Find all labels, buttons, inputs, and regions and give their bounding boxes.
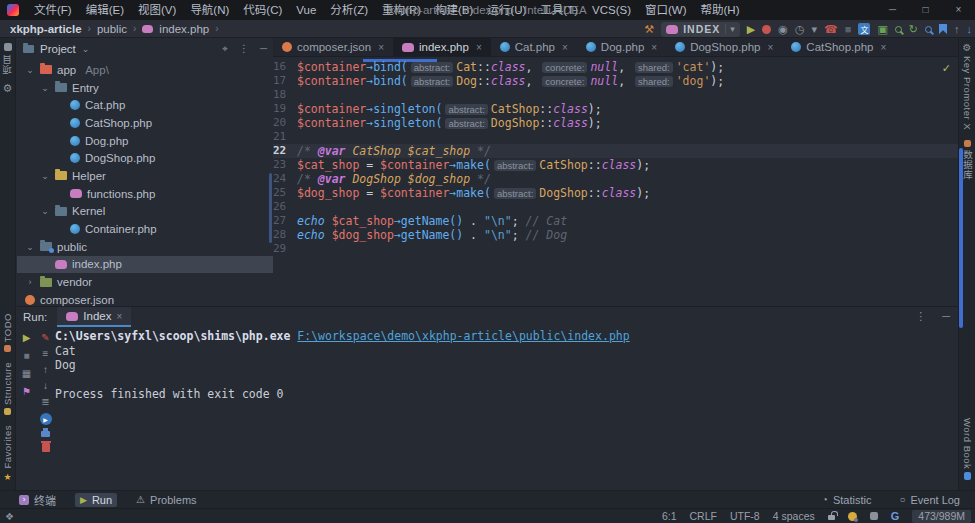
tool-button-structure[interactable]: Structure (2, 362, 13, 415)
editor-tab-DogShop.php[interactable]: DogShop.php× (666, 38, 782, 56)
close-icon[interactable]: × (881, 42, 887, 53)
run-dashboard-button[interactable]: ▶ (40, 413, 52, 425)
bookmark-button[interactable] (939, 24, 947, 34)
more-options-button[interactable]: ⋮ (915, 310, 926, 323)
pin-tab-button[interactable]: ⚑ (22, 387, 31, 397)
gear-icon[interactable]: ⚙ (3, 83, 13, 94)
code-line-19[interactable]: 19$container→singleton(abstract:CatShop:… (273, 102, 958, 116)
caret-position[interactable]: 6:1 (662, 510, 677, 522)
run-configuration-select[interactable]: INDEX ▾ (661, 22, 740, 37)
editor-tab-index.php[interactable]: index.php× (393, 38, 491, 56)
sync-button[interactable]: ↻ (909, 24, 918, 35)
run-button[interactable]: ▶ (747, 24, 755, 35)
screenshot-button[interactable]: ▣ (877, 24, 887, 35)
attach-debugger-button[interactable]: ☎ (824, 24, 838, 35)
more-options-button[interactable]: ⋮ (239, 43, 249, 55)
tree-chevron-icon[interactable]: ⌄ (25, 242, 35, 252)
code-line-26[interactable]: 26 (273, 200, 958, 214)
tool-button-terminal[interactable]: › 终端 (14, 491, 61, 509)
close-icon[interactable]: × (476, 42, 482, 53)
tree-chevron-icon[interactable]: › (25, 277, 35, 287)
locate-file-button[interactable]: ⌖ (222, 43, 228, 55)
tree-item-Kernel[interactable]: ⌄Kernel (17, 203, 273, 221)
nav-up-button[interactable]: ↑ (954, 24, 960, 35)
indent-style[interactable]: 4 spaces (773, 510, 815, 522)
debug-button[interactable] (762, 25, 771, 34)
close-icon[interactable]: × (562, 42, 568, 53)
tool-button-project[interactable]: 项目 (1, 43, 15, 74)
code-line-25[interactable]: 25$dog_shop = $container→make(abstract:D… (273, 186, 958, 200)
restore-layout-button[interactable]: ▦ (22, 369, 31, 379)
tree-item-public[interactable]: ⌄public (17, 238, 273, 256)
menu-item[interactable]: 窗口(W) (638, 0, 694, 20)
sort-button[interactable]: ≡ (43, 349, 49, 359)
close-icon[interactable]: × (116, 311, 122, 322)
tool-button-key-promoter[interactable]: ⚙ Key Promoter X (962, 43, 973, 130)
google-translate-icon[interactable]: G (891, 510, 900, 522)
tree-item-vendor[interactable]: ›vendor (17, 273, 273, 291)
close-icon[interactable]: × (768, 42, 774, 53)
tree-item-Cat.php[interactable]: Cat.php (17, 96, 273, 114)
menu-item[interactable]: 编辑(E) (79, 0, 131, 20)
plugin-icon[interactable] (870, 512, 878, 520)
code-line-29[interactable]: 29 (273, 242, 958, 256)
stop-button[interactable]: ■ (845, 24, 852, 35)
editor-tab-composer.json[interactable]: composer.json× (273, 38, 393, 56)
breadcrumb-item[interactable]: public (97, 23, 127, 35)
editor-scrollbar[interactable] (959, 148, 963, 328)
project-scrollbar[interactable] (269, 173, 272, 243)
rerun-button[interactable]: ▶ (23, 333, 31, 343)
tree-item-functions.php[interactable]: functions.php (17, 185, 273, 203)
editor-tab-CatShop.php[interactable]: CatShop.php× (782, 38, 895, 56)
tree-item-app[interactable]: ⌄appApp\ (17, 61, 273, 79)
tree-item-index.php[interactable]: index.php (17, 256, 273, 274)
tool-button-todo[interactable]: TODO (2, 313, 13, 352)
code-line-23[interactable]: 23$cat_shop = $container→make(abstract:C… (273, 158, 958, 172)
menu-item[interactable]: 代码(C) (236, 0, 289, 20)
breadcrumb-item[interactable]: index.php (159, 23, 209, 35)
memory-indicator[interactable]: 473/989M (912, 510, 971, 523)
print-button[interactable] (41, 431, 50, 437)
close-icon[interactable]: × (378, 42, 384, 53)
breadcrumb-item[interactable]: xkphp-article (10, 23, 82, 35)
code-line-18[interactable]: 18 (273, 88, 958, 102)
menu-item[interactable]: 文件(F) (27, 0, 79, 20)
menu-item[interactable]: VCS(S) (585, 0, 638, 20)
menu-item[interactable]: 分析(Z) (323, 0, 375, 20)
tool-button-run[interactable]: ▶ Run (75, 493, 117, 507)
tool-button-problems[interactable]: ⚠ Problems (131, 493, 201, 507)
event-log-button[interactable]: ○ Event Log (894, 493, 965, 507)
maximize-button[interactable]: □ (909, 0, 942, 20)
write-access-icon[interactable] (828, 515, 835, 520)
search-everywhere-button[interactable] (925, 26, 932, 33)
tool-button-favorites[interactable]: Favorites ★ (2, 425, 13, 482)
code-line-24[interactable]: 24/* @var DogShop $dog_shop */ (273, 172, 958, 186)
close-button[interactable]: × (942, 0, 975, 20)
tree-item-DogShop.php[interactable]: DogShop.php (17, 149, 273, 167)
code-editor[interactable]: 16$container→bind(abstract:Cat::class, c… (273, 57, 958, 306)
tree-item-CatShop.php[interactable]: CatShop.php (17, 114, 273, 132)
next-occurrence-button[interactable]: ↓ (43, 381, 48, 391)
profiler-caret-icon[interactable]: ▾ (811, 24, 817, 35)
soft-wrap-button[interactable]: ≣ (41, 397, 49, 407)
grazie-icon[interactable] (848, 512, 857, 521)
clear-console-button[interactable] (42, 443, 50, 452)
translate-button[interactable]: 文 (858, 23, 870, 35)
tree-item-composer.json[interactable]: composer.json (17, 291, 273, 306)
statistic-button[interactable]: ◔ Statistic (817, 493, 877, 507)
tree-chevron-icon[interactable]: ⌄ (40, 83, 50, 93)
code-line-21[interactable]: 21 (273, 130, 958, 144)
code-line-20[interactable]: 20$container→singleton(abstract:DogShop:… (273, 116, 958, 130)
tree-chevron-icon[interactable]: ⌄ (40, 206, 50, 216)
find-button[interactable] (895, 26, 902, 33)
menu-item[interactable]: 视图(V) (131, 0, 183, 20)
stop-button[interactable]: ■ (23, 351, 29, 361)
code-line-22[interactable]: 22/* @var CatShop $cat_shop */ (273, 144, 958, 158)
tree-item-Entry[interactable]: ⌄Entry (17, 79, 273, 97)
menu-item[interactable]: Vue (289, 0, 323, 20)
build-hammer-icon[interactable]: ⚒ (644, 24, 654, 35)
tree-chevron-icon[interactable]: ⌄ (40, 171, 50, 181)
line-separator[interactable]: CRLF (690, 510, 717, 522)
tool-button-word-book[interactable]: Word Book (962, 418, 973, 480)
tree-item-Container.php[interactable]: Container.php (17, 220, 273, 238)
